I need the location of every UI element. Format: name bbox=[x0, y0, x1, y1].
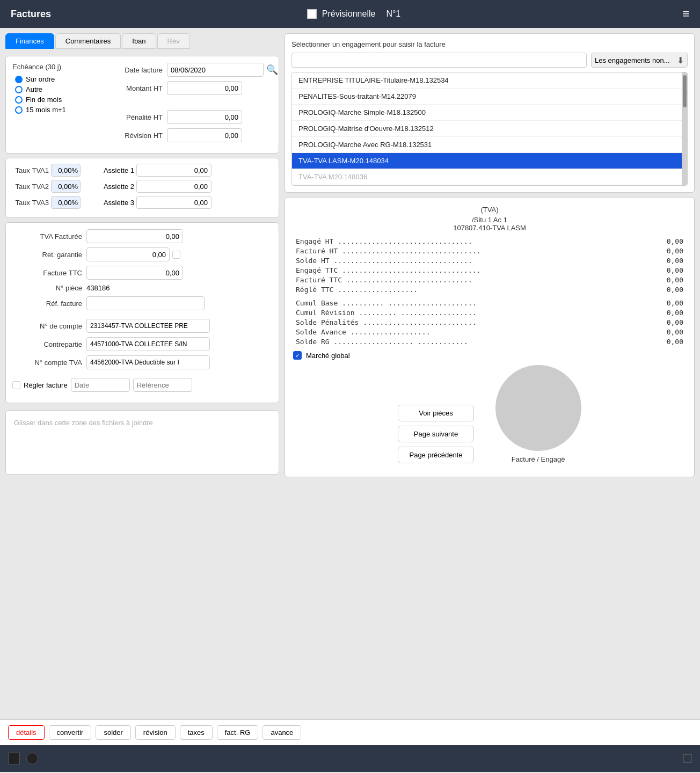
ret-garantie-input[interactable] bbox=[86, 247, 170, 261]
drop-zone[interactable]: Glisser dans cette zone des fichiers à j… bbox=[5, 410, 279, 475]
n-compte-label: N° de compte bbox=[12, 322, 82, 330]
fact-rg-button[interactable]: fact. RG bbox=[217, 725, 259, 740]
stat-row: Solde RG ................... ...........… bbox=[293, 338, 686, 346]
n-compte-input[interactable] bbox=[86, 319, 210, 333]
chart-area: Voir pièces Page suivante Page précédent… bbox=[293, 360, 686, 469]
revision-ht-input[interactable] bbox=[167, 128, 242, 142]
engagement-type: (TVA) /Situ 1 Ac 1 107807.410-TVA LASM bbox=[293, 206, 686, 232]
n-piece-label: N° pièce bbox=[12, 284, 82, 292]
avance-button[interactable]: avance bbox=[262, 725, 301, 740]
pie-chart-container: Facturé / Engagé bbox=[495, 365, 581, 463]
assiette2-input[interactable] bbox=[136, 180, 212, 193]
search-icon[interactable]: 🔍 bbox=[266, 64, 278, 76]
n-compte-tva-row: N° compte TVA bbox=[12, 355, 272, 369]
ref-facture-label: Réf. facture bbox=[12, 300, 82, 308]
facture-ttc-row: Facture TTC bbox=[12, 266, 272, 280]
n-compte-tva-input[interactable] bbox=[86, 355, 210, 369]
assiette1-input[interactable] bbox=[136, 164, 212, 177]
revision-ht-label: Révision HT bbox=[98, 132, 163, 140]
regler-facture-row: Régler facture bbox=[12, 378, 272, 392]
page-suivante-button[interactable]: Page suivante bbox=[398, 426, 473, 442]
radio-15-mois-btn[interactable] bbox=[15, 106, 23, 114]
engagement-selector: Sélectionner un engagement pour saisir l… bbox=[285, 33, 695, 193]
n-compte-row: N° de compte bbox=[12, 319, 272, 333]
engagement-code: 107807.410-TVA LASM bbox=[293, 224, 686, 232]
radio-sur-ordre-btn[interactable] bbox=[15, 76, 23, 83]
assiette3-input[interactable] bbox=[136, 196, 212, 209]
engagement-list: ENTREPRISE TITULAIRE-Titulaire-M18.13253… bbox=[291, 72, 688, 186]
tab-finances[interactable]: Finances bbox=[5, 33, 54, 49]
resize-handle[interactable] bbox=[683, 754, 692, 763]
list-item[interactable]: PROLOGIQ-Maitrise d'Oeuvre-M18.132512 bbox=[292, 121, 687, 137]
regler-facture-date[interactable] bbox=[71, 378, 130, 392]
ret-garantie-label: Ret. garantie bbox=[12, 251, 82, 259]
convertir-button[interactable]: convertir bbox=[49, 725, 92, 740]
regler-facture-reference[interactable] bbox=[133, 378, 192, 392]
engagement-location: /Situ 1 Ac 1 bbox=[293, 216, 686, 224]
tva-facturee-input[interactable] bbox=[86, 229, 183, 243]
taxes-button[interactable]: taxes bbox=[180, 725, 213, 740]
previsionnelle-checkbox[interactable] bbox=[307, 9, 317, 19]
radio-autre-label: Autre bbox=[26, 85, 42, 93]
n1-label: N°1 bbox=[386, 9, 682, 19]
taux-tva2-input[interactable] bbox=[51, 180, 81, 193]
chevron-down-icon: ⬇ bbox=[677, 55, 684, 65]
list-item[interactable]: PROLOGIQ-Marche Simple-M18.132500 bbox=[292, 105, 687, 121]
montant-ht-input[interactable] bbox=[167, 81, 242, 95]
tab-iban[interactable]: Iban bbox=[122, 33, 156, 49]
echeance-section: Echéance (30 j) Sur ordre Autre Fin d bbox=[12, 63, 93, 147]
revision-button[interactable]: révision bbox=[135, 725, 176, 740]
date-facture-input[interactable] bbox=[167, 63, 264, 77]
facture-ttc-input[interactable] bbox=[86, 266, 183, 280]
penalite-ht-input[interactable] bbox=[167, 110, 242, 124]
stat-row: Facturé TTC ............................… bbox=[293, 276, 686, 284]
montant-ht-label: Montant HT bbox=[98, 84, 163, 92]
contrepartie-input[interactable] bbox=[86, 337, 210, 351]
chart-buttons: Voir pièces Page suivante Page précédent… bbox=[398, 405, 473, 463]
scrollbar-thumb[interactable] bbox=[683, 75, 687, 107]
engagement-dropdown[interactable]: Les engagements non... ⬇ bbox=[591, 53, 688, 68]
stat-row: Réglé TTC ...................0,00 bbox=[293, 286, 686, 294]
regler-facture-checkbox[interactable] bbox=[12, 381, 20, 389]
menu-icon[interactable]: ≡ bbox=[682, 7, 689, 21]
radio-autre[interactable]: Autre bbox=[15, 85, 93, 93]
list-item[interactable]: PROLOGIQ-Marche Avec RG-M18.132531 bbox=[292, 137, 687, 153]
taux-tva1-input[interactable] bbox=[51, 164, 81, 177]
list-item-selected[interactable]: TVA-TVA LASM-M20.148034 bbox=[292, 153, 687, 169]
toolbar: détails convertir solder révision taxes … bbox=[0, 719, 700, 745]
ret-garantie-checkbox[interactable] bbox=[172, 251, 180, 259]
solder-button[interactable]: solder bbox=[96, 725, 130, 740]
n-compte-tva-label: N° compte TVA bbox=[12, 359, 82, 367]
ref-facture-input[interactable] bbox=[86, 296, 205, 310]
radio-15-mois[interactable]: 15 mois m+1 bbox=[15, 106, 93, 114]
marche-global-label: Marché global bbox=[306, 352, 350, 360]
tva-facturee-row: TVA Facturée bbox=[12, 229, 272, 243]
radio-autre-btn[interactable] bbox=[15, 86, 23, 93]
tab-rev[interactable]: Rév bbox=[157, 33, 190, 49]
details-button[interactable]: détails bbox=[8, 725, 45, 740]
engagement-search-input[interactable] bbox=[291, 53, 587, 68]
radio-sur-ordre[interactable]: Sur ordre bbox=[15, 75, 93, 83]
revision-ht-row: Révision HT bbox=[98, 128, 278, 142]
voir-pieces-button[interactable]: Voir pièces bbox=[398, 405, 473, 421]
tab-commentaires[interactable]: Commentaires bbox=[55, 33, 121, 49]
list-item[interactable]: ENTREPRISE TITULAIRE-Titulaire-M18.13253… bbox=[292, 72, 687, 89]
page-precedente-button[interactable]: Page précédente bbox=[398, 447, 473, 463]
radio-fin-mois[interactable]: Fin de mois bbox=[15, 96, 93, 104]
stat-row: Solde HT ...............................… bbox=[293, 257, 686, 265]
marche-global-checkbox[interactable] bbox=[293, 351, 302, 360]
list-item[interactable]: TVA-TVA M20.148036 bbox=[292, 169, 687, 185]
engagement-type-label: (TVA) bbox=[293, 206, 686, 214]
record-button[interactable] bbox=[26, 753, 38, 764]
radio-fin-mois-btn[interactable] bbox=[15, 96, 23, 104]
contrepartie-label: Contrepartie bbox=[12, 340, 82, 348]
scrollbar[interactable] bbox=[682, 72, 687, 185]
list-item[interactable]: PENALITES-Sous-traitant-M14.22079 bbox=[292, 89, 687, 105]
date-facture-row: Date facture 🔍 bbox=[98, 63, 278, 77]
main-content: Finances Commentaires Iban Rév Echéance … bbox=[0, 28, 700, 719]
taux-tva3-input[interactable] bbox=[51, 196, 81, 209]
engagement-controls: Les engagements non... ⬇ bbox=[291, 53, 688, 68]
stats-block-1: Engagé HT ..............................… bbox=[293, 237, 686, 294]
stop-button[interactable] bbox=[8, 753, 20, 764]
date-col: Date facture 🔍 Montant HT Pénalité HT bbox=[98, 63, 278, 147]
